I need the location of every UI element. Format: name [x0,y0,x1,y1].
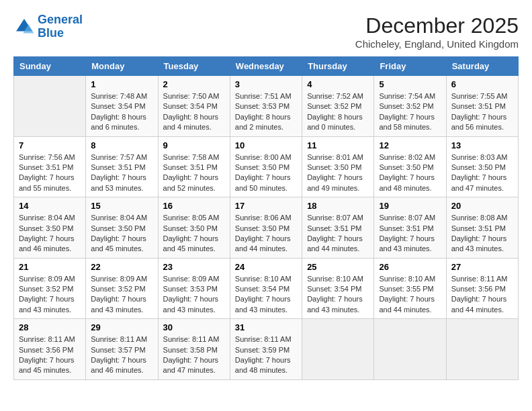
week-row-5: 28Sunrise: 8:11 AM Sunset: 3:56 PM Dayli… [14,319,519,380]
day-info: Sunrise: 7:54 AM Sunset: 3:52 PM Dayligh… [379,91,441,133]
day-number: 14 [19,201,81,211]
calendar-cell: 9Sunrise: 7:58 AM Sunset: 3:51 PM Daylig… [158,136,230,197]
day-number: 26 [379,262,441,272]
week-row-3: 14Sunrise: 8:04 AM Sunset: 3:50 PM Dayli… [14,197,519,259]
calendar-cell: 12Sunrise: 8:02 AM Sunset: 3:50 PM Dayli… [374,136,446,197]
day-info: Sunrise: 8:07 AM Sunset: 3:51 PM Dayligh… [307,213,369,255]
calendar-cell: 10Sunrise: 8:00 AM Sunset: 3:50 PM Dayli… [230,136,302,197]
day-info: Sunrise: 8:05 AM Sunset: 3:50 PM Dayligh… [163,213,225,255]
header-row: SundayMondayTuesdayWednesdayThursdayFrid… [14,57,519,76]
day-number: 13 [451,140,513,150]
calendar-cell: 29Sunrise: 8:11 AM Sunset: 3:57 PM Dayli… [86,319,158,380]
day-number: 6 [451,79,513,89]
day-info: Sunrise: 8:11 AM Sunset: 3:57 PM Dayligh… [91,334,152,376]
day-info: Sunrise: 8:09 AM Sunset: 3:53 PM Dayligh… [163,274,225,316]
calendar-cell: 1Sunrise: 7:48 AM Sunset: 3:54 PM Daylig… [86,76,158,137]
calendar-body: 1Sunrise: 7:48 AM Sunset: 3:54 PM Daylig… [14,76,519,380]
day-info: Sunrise: 8:01 AM Sunset: 3:50 PM Dayligh… [307,152,369,194]
day-number: 27 [451,262,513,272]
day-info: Sunrise: 7:57 AM Sunset: 3:51 PM Dayligh… [91,152,152,194]
day-number: 10 [235,140,297,150]
day-number: 28 [19,322,81,332]
day-number: 2 [163,79,225,89]
calendar-header: SundayMondayTuesdayWednesdayThursdayFrid… [14,57,519,76]
calendar-cell: 11Sunrise: 8:01 AM Sunset: 3:50 PM Dayli… [302,136,374,197]
day-info: Sunrise: 7:50 AM Sunset: 3:54 PM Dayligh… [163,91,225,133]
calendar-cell: 30Sunrise: 8:11 AM Sunset: 3:58 PM Dayli… [158,319,230,380]
day-info: Sunrise: 8:09 AM Sunset: 3:52 PM Dayligh… [91,274,152,316]
calendar-cell: 24Sunrise: 8:10 AM Sunset: 3:54 PM Dayli… [230,258,302,319]
day-info: Sunrise: 7:52 AM Sunset: 3:52 PM Dayligh… [307,91,369,133]
calendar-cell [446,319,518,380]
header-cell-monday: Monday [86,57,158,76]
calendar-cell: 14Sunrise: 8:04 AM Sunset: 3:50 PM Dayli… [14,197,86,259]
calendar-cell: 31Sunrise: 8:11 AM Sunset: 3:59 PM Dayli… [230,319,302,380]
header-cell-thursday: Thursday [302,57,374,76]
location: Chicheley, England, United Kingdom [355,38,519,50]
day-info: Sunrise: 7:58 AM Sunset: 3:51 PM Dayligh… [163,152,225,194]
header-cell-sunday: Sunday [14,57,86,76]
calendar-cell: 25Sunrise: 8:10 AM Sunset: 3:54 PM Dayli… [302,258,374,319]
calendar-cell: 16Sunrise: 8:05 AM Sunset: 3:50 PM Dayli… [158,197,230,259]
header-cell-wednesday: Wednesday [230,57,302,76]
calendar-cell: 4Sunrise: 7:52 AM Sunset: 3:52 PM Daylig… [302,76,374,137]
logo: General Blue [13,13,83,40]
day-info: Sunrise: 8:10 AM Sunset: 3:54 PM Dayligh… [307,274,369,316]
page-header: General Blue December 2025 Chicheley, En… [13,13,519,50]
calendar-cell: 22Sunrise: 8:09 AM Sunset: 3:52 PM Dayli… [86,258,158,319]
calendar-cell [374,319,446,380]
day-number: 29 [91,322,152,332]
calendar-cell: 18Sunrise: 8:07 AM Sunset: 3:51 PM Dayli… [302,197,374,259]
day-number: 16 [163,201,225,211]
calendar-cell: 17Sunrise: 8:06 AM Sunset: 3:50 PM Dayli… [230,197,302,259]
day-info: Sunrise: 8:04 AM Sunset: 3:50 PM Dayligh… [91,213,152,255]
day-number: 11 [307,140,369,150]
day-number: 24 [235,262,297,272]
day-number: 18 [307,201,369,211]
day-number: 21 [19,262,81,272]
day-number: 5 [379,79,441,89]
day-number: 19 [379,201,441,211]
day-info: Sunrise: 8:09 AM Sunset: 3:52 PM Dayligh… [19,274,81,316]
day-info: Sunrise: 8:04 AM Sunset: 3:50 PM Dayligh… [19,213,81,255]
day-number: 8 [91,140,152,150]
day-info: Sunrise: 8:10 AM Sunset: 3:54 PM Dayligh… [235,274,297,316]
logo-text: General Blue [38,13,83,40]
day-number: 1 [91,79,152,89]
calendar-cell [14,76,86,137]
calendar-cell: 2Sunrise: 7:50 AM Sunset: 3:54 PM Daylig… [158,76,230,137]
calendar-cell: 6Sunrise: 7:55 AM Sunset: 3:51 PM Daylig… [446,76,518,137]
day-number: 20 [451,201,513,211]
month-title: December 2025 [355,13,519,38]
day-info: Sunrise: 7:55 AM Sunset: 3:51 PM Dayligh… [451,91,513,133]
week-row-2: 7Sunrise: 7:56 AM Sunset: 3:51 PM Daylig… [14,136,519,197]
calendar-cell: 20Sunrise: 8:08 AM Sunset: 3:51 PM Dayli… [446,197,518,259]
day-number: 31 [235,322,297,332]
day-number: 22 [91,262,152,272]
calendar-cell: 23Sunrise: 8:09 AM Sunset: 3:53 PM Dayli… [158,258,230,319]
logo-line2: Blue [38,26,64,40]
calendar-cell: 13Sunrise: 8:03 AM Sunset: 3:50 PM Dayli… [446,136,518,197]
calendar-cell: 21Sunrise: 8:09 AM Sunset: 3:52 PM Dayli… [14,258,86,319]
day-number: 15 [91,201,152,211]
day-number: 23 [163,262,225,272]
week-row-1: 1Sunrise: 7:48 AM Sunset: 3:54 PM Daylig… [14,76,519,137]
calendar-cell: 26Sunrise: 8:10 AM Sunset: 3:55 PM Dayli… [374,258,446,319]
calendar-cell: 7Sunrise: 7:56 AM Sunset: 3:51 PM Daylig… [14,136,86,197]
logo-icon [13,16,35,38]
day-info: Sunrise: 8:08 AM Sunset: 3:51 PM Dayligh… [451,213,513,255]
day-info: Sunrise: 8:07 AM Sunset: 3:51 PM Dayligh… [379,213,441,255]
header-cell-friday: Friday [374,57,446,76]
day-info: Sunrise: 8:06 AM Sunset: 3:50 PM Dayligh… [235,213,297,255]
day-number: 3 [235,79,297,89]
day-number: 25 [307,262,369,272]
title-block: December 2025 Chicheley, England, United… [355,13,519,50]
calendar-cell: 3Sunrise: 7:51 AM Sunset: 3:53 PM Daylig… [230,76,302,137]
calendar-table: SundayMondayTuesdayWednesdayThursdayFrid… [13,56,519,380]
day-info: Sunrise: 8:03 AM Sunset: 3:50 PM Dayligh… [451,152,513,194]
header-cell-saturday: Saturday [446,57,518,76]
logo-line1: General [38,13,83,26]
calendar-cell [302,319,374,380]
day-info: Sunrise: 8:10 AM Sunset: 3:55 PM Dayligh… [379,274,441,316]
calendar-cell: 28Sunrise: 8:11 AM Sunset: 3:56 PM Dayli… [14,319,86,380]
